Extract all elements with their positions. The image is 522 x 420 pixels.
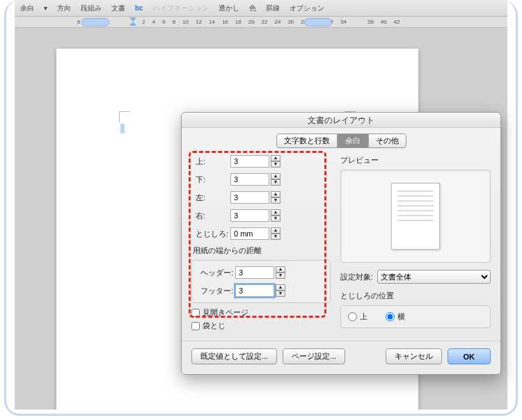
gutter-side-radio[interactable]: 横: [386, 312, 405, 322]
footer-distance-label: フッター:: [196, 286, 235, 296]
preview-label: プレビュー: [340, 155, 491, 165]
stepper-down-icon[interactable]: ▼: [271, 161, 280, 168]
gutter-side-label: 横: [397, 312, 405, 322]
facing-pages-label: 見開きページ: [203, 307, 248, 318]
edge-distance-group: ヘッダー: ▲▼ フッター: ▲▼: [191, 260, 331, 303]
ruler-tick: 18: [235, 19, 242, 25]
toolbar-item[interactable]: 透かし: [219, 3, 239, 13]
margin-bottom-input[interactable]: [230, 173, 269, 186]
stepper-up-icon[interactable]: ▲: [271, 227, 280, 234]
edge-distance-label: 用紙の端からの距離: [193, 245, 331, 256]
toolbar-item[interactable]: 罫線: [266, 3, 280, 13]
ruler-tick: 24: [275, 19, 281, 25]
dialog-tabs: 文字数と行数 余白 その他: [182, 134, 500, 148]
cancel-button[interactable]: キャンセル: [386, 348, 442, 364]
margin-top-stepper[interactable]: ▲▼: [271, 155, 280, 168]
margin-left-label: 左:: [191, 193, 230, 203]
toolbar-item[interactable]: 余白: [20, 3, 34, 13]
ruler-tick: 12: [196, 19, 202, 25]
horizontal-ruler[interactable]: 642 246810121416182022242628303234 38404…: [15, 17, 507, 28]
ruler-tick: 4: [152, 19, 155, 25]
toolbar-item[interactable]: オプション: [290, 3, 324, 13]
stepper-up-icon[interactable]: ▲: [276, 284, 285, 291]
fold-label: 袋とじ: [203, 321, 226, 331]
footer-distance-input[interactable]: [235, 284, 274, 297]
stepper-down-icon[interactable]: ▼: [271, 216, 280, 222]
ruler-tick: 10: [182, 19, 189, 25]
gutter-side-radio-input[interactable]: [386, 312, 395, 321]
toolbar-item[interactable]: 色: [249, 3, 256, 13]
margin-bottom-label: 下:: [191, 175, 230, 185]
margin-right-input[interactable]: [230, 209, 269, 222]
stepper-up-icon[interactable]: ▲: [271, 173, 280, 179]
toolbar-item[interactable]: 方向: [57, 3, 71, 13]
stepper-down-icon[interactable]: ▼: [271, 197, 280, 204]
margin-right-stepper[interactable]: ▲▼: [271, 209, 280, 222]
gutter-position-group: 上 横: [340, 305, 491, 328]
facing-pages-check-input[interactable]: [191, 309, 200, 317]
margin-guide-icon: [119, 111, 130, 122]
header-distance-label: ヘッダー:: [196, 268, 235, 278]
margin-left-input[interactable]: [230, 191, 269, 204]
toolbar-bc-icon[interactable]: bc: [135, 4, 143, 12]
ruler-tick: 34: [340, 19, 347, 25]
ruler-tick: 20: [248, 19, 255, 25]
footer-stepper[interactable]: ▲▼: [276, 284, 285, 297]
ruler-tick: 22: [262, 19, 268, 25]
margin-left-stepper[interactable]: ▲▼: [271, 191, 280, 204]
ruler-tick: 8: [173, 19, 175, 25]
gutter-input[interactable]: [230, 227, 269, 240]
text-cursor: [120, 124, 125, 134]
stepper-up-icon[interactable]: ▲: [271, 209, 280, 216]
margin-right-label: 右:: [191, 211, 230, 221]
toolbar-item[interactable]: ハイフネーション: [153, 3, 209, 13]
gutter-top-label: 上: [360, 312, 367, 322]
tab-margins[interactable]: 余白: [338, 134, 368, 148]
layout-toolbar: 余白 ▾ 方向 段組み 文書 bc ハイフネーション 透かし 色 罫線 オプショ…: [15, 0, 507, 17]
facing-pages-checkbox[interactable]: 見開きページ: [191, 307, 331, 318]
apply-target-label: 設定対象:: [340, 272, 373, 282]
toolbar-dropdown-icon[interactable]: ▾: [44, 4, 47, 12]
toolbar-item[interactable]: 文書: [111, 3, 125, 13]
margin-bottom-stepper[interactable]: ▲▼: [271, 173, 280, 186]
fold-check-input[interactable]: [191, 322, 200, 330]
margin-top-input[interactable]: [230, 155, 269, 168]
ruler-tick: 6: [77, 19, 80, 25]
gutter-top-radio[interactable]: 上: [348, 312, 367, 322]
ruler-tick: 40: [381, 19, 387, 25]
tab-other[interactable]: その他: [368, 134, 406, 148]
ok-button[interactable]: OK: [448, 348, 491, 364]
ruler-cap-right: [304, 18, 332, 26]
stepper-down-icon[interactable]: ▼: [271, 234, 280, 240]
preview-page-icon: [391, 183, 440, 250]
ruler-tick: 42: [394, 19, 400, 25]
stepper-down-icon[interactable]: ▼: [276, 291, 285, 297]
apply-target-select[interactable]: 文書全体: [377, 270, 491, 284]
stepper-down-icon[interactable]: ▼: [271, 179, 280, 186]
document-layout-dialog: 文書のレイアウト 文字数と行数 余白 その他 上: ▲▼ 下: ▲▼ 左: ▲▼: [181, 112, 501, 375]
indent-marker-icon[interactable]: [129, 17, 137, 26]
fold-checkbox[interactable]: 袋とじ: [191, 321, 331, 331]
ruler-tick: 26: [287, 19, 294, 25]
tab-chars-lines[interactable]: 文字数と行数: [276, 134, 338, 148]
dialog-title: 文書のレイアウト: [182, 113, 500, 128]
ruler-tick: 38: [367, 19, 374, 25]
header-distance-input[interactable]: [235, 266, 274, 279]
gutter-position-label: とじしろの位置: [340, 291, 491, 301]
gutter-stepper[interactable]: ▲▼: [271, 227, 280, 240]
stepper-down-icon[interactable]: ▼: [276, 273, 285, 279]
header-stepper[interactable]: ▲▼: [276, 266, 285, 279]
page-setup-button[interactable]: ページ設定...: [283, 348, 345, 364]
stepper-up-icon[interactable]: ▲: [276, 266, 285, 273]
ruler-tick: 14: [209, 19, 215, 25]
toolbar-item[interactable]: 段組み: [81, 3, 102, 13]
ruler-tick: 16: [222, 19, 228, 25]
stepper-up-icon[interactable]: ▲: [271, 191, 280, 197]
gutter-label: とじしろ:: [191, 229, 230, 239]
stepper-up-icon[interactable]: ▲: [271, 155, 280, 161]
gutter-top-radio-input[interactable]: [348, 312, 357, 321]
ruler-cap-left: [81, 18, 109, 26]
ruler-tick: 2: [142, 19, 145, 25]
margin-top-label: 上:: [191, 156, 230, 167]
set-default-button[interactable]: 既定値として設定...: [191, 348, 277, 364]
